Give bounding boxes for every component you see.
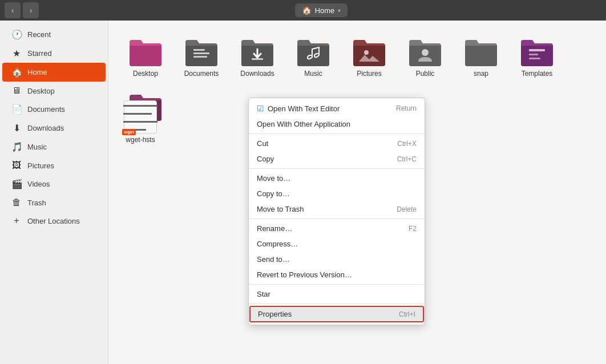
context-menu: ☑ Open With Text Editor Return Open With… [248, 98, 425, 325]
ctx-move-to-label: Move to… [257, 174, 290, 183]
location-label: Home [315, 6, 335, 15]
ctx-properties-label: Properties [258, 310, 292, 318]
sidebar-item-trash[interactable]: 🗑 Trash [2, 193, 106, 212]
svg-rect-0 [193, 49, 205, 51]
folder-public-label: Public [416, 70, 435, 78]
sidebar-label-videos: Videos [27, 180, 50, 188]
sidebar-item-recent[interactable]: 🕐 Recent [2, 25, 106, 44]
folder-music-label: Music [304, 70, 322, 78]
svg-rect-8 [529, 58, 540, 59]
sidebar-label-desktop: Desktop [27, 87, 55, 95]
ctx-send-to-label: Send to… [257, 255, 290, 264]
sidebar-item-home[interactable]: 🏠 Home [2, 63, 106, 82]
ctx-properties[interactable]: Properties Ctrl+I [249, 306, 424, 322]
sidebar-label-recent: Recent [27, 30, 51, 39]
titlebar: ‹ › 🏠 Home ▾ [0, 0, 606, 21]
folder-downloads[interactable]: Downloads [232, 32, 283, 82]
ctx-properties-shortcut: Ctrl+I [399, 310, 415, 318]
ctx-move-to-trash-shortcut: Delete [397, 205, 417, 213]
folder-templates-icon [519, 37, 555, 67]
wget-badge: wget [122, 129, 136, 135]
sidebar-label-trash: Trash [27, 199, 46, 207]
main-layout: 🕐 Recent ★ Starred 🏠 Home 🖥 Desktop 📄 Do… [0, 21, 606, 364]
file-item-wget[interactable]: ▬▬▬▬▬▬▬▬▬▬▬▬▬▬▬▬▬▬▬▬▬ wget wget-hsts [118, 100, 163, 144]
folder-desktop-icon [127, 37, 164, 67]
sidebar-label-documents: Documents [27, 105, 65, 114]
ctx-compress[interactable]: Compress… [249, 236, 425, 252]
ctx-separator-1 [249, 134, 425, 134]
ctx-revert-label: Revert to Previous Version… [257, 270, 352, 279]
svg-rect-7 [529, 54, 538, 55]
sidebar-item-desktop[interactable]: 🖥 Desktop [2, 82, 106, 100]
ctx-copy[interactable]: Copy Ctrl+C [249, 151, 425, 167]
music-icon: 🎵 [11, 141, 22, 152]
folder-music-icon [295, 37, 332, 67]
ctx-separator-2 [249, 168, 425, 169]
ctx-open-text-editor-label: ☑ Open With Text Editor [257, 104, 340, 113]
ctx-open-other-app[interactable]: Open With Other Application [249, 116, 425, 132]
ctx-rename-label: Rename… [257, 224, 292, 233]
ctx-copy-to-label: Copy to… [257, 189, 290, 198]
folder-documents[interactable]: Documents [176, 32, 227, 82]
location-bar[interactable]: 🏠 Home ▾ [295, 3, 348, 17]
ctx-move-to-trash[interactable]: Move to Trash Delete [249, 201, 425, 217]
ctx-copy-label: Copy [257, 155, 274, 163]
folder-templates[interactable]: Templates [511, 32, 563, 82]
folder-music[interactable]: Music [288, 32, 339, 82]
folder-pictures[interactable]: Pictures [344, 32, 395, 82]
svg-rect-6 [529, 49, 545, 51]
sidebar-item-music[interactable]: 🎵 Music [2, 137, 106, 156]
ctx-compress-label: Compress… [257, 240, 298, 248]
file-area: ▬▬▬▬▬▬▬▬▬▬▬▬▬▬▬▬▬▬▬▬▬ wget wget-hsts [118, 100, 163, 144]
ctx-copy-to[interactable]: Copy to… [249, 186, 425, 201]
dropdown-arrow-icon: ▾ [338, 7, 341, 14]
folder-downloads-label: Downloads [240, 70, 274, 78]
sidebar-item-pictures[interactable]: 🖼 Pictures [2, 156, 106, 175]
ctx-separator-3 [249, 219, 425, 219]
documents-icon: 📄 [11, 104, 22, 115]
ctx-star[interactable]: Star [249, 286, 425, 302]
content-area: Desktop Documents [108, 21, 606, 364]
home-sidebar-icon: 🏠 [11, 67, 22, 78]
ctx-open-other-app-label: Open With Other Application [257, 120, 350, 128]
folder-pictures-label: Pictures [357, 70, 381, 78]
ctx-move-to[interactable]: Move to… [249, 171, 425, 186]
folder-desktop[interactable]: Desktop [120, 32, 171, 82]
ctx-star-label: Star [257, 290, 270, 298]
sidebar-item-documents[interactable]: 📄 Documents [2, 100, 106, 119]
ctx-open-text-editor-shortcut: Return [396, 104, 417, 112]
ctx-rename-shortcut: F2 [409, 225, 417, 233]
ctx-separator-5 [249, 304, 425, 304]
ctx-move-to-trash-label: Move to Trash [257, 205, 304, 213]
ctx-send-to[interactable]: Send to… [249, 252, 425, 267]
recent-icon: 🕐 [11, 29, 22, 40]
titlebar-center: 🏠 Home ▾ [41, 3, 601, 17]
sidebar-label-starred: Starred [27, 49, 52, 58]
home-icon: 🏠 [302, 6, 312, 15]
svg-rect-3 [252, 58, 263, 60]
sidebar: 🕐 Recent ★ Starred 🏠 Home 🖥 Desktop 📄 Do… [0, 21, 108, 364]
ctx-cut-shortcut: Ctrl+X [397, 140, 417, 148]
back-button[interactable]: ‹ [5, 2, 21, 18]
folder-public[interactable]: Public [399, 32, 451, 82]
ctx-copy-shortcut: Ctrl+C [397, 155, 417, 163]
folder-snap[interactable]: snap [455, 32, 507, 82]
sidebar-item-other-locations[interactable]: + Other Locations [2, 212, 106, 230]
other-locations-icon: + [11, 216, 22, 226]
sidebar-item-starred[interactable]: ★ Starred [2, 44, 106, 63]
ctx-cut[interactable]: Cut Ctrl+X [249, 136, 425, 151]
folder-templates-label: Templates [522, 70, 553, 78]
ctx-separator-4 [249, 284, 425, 285]
folder-downloads-icon [239, 37, 276, 67]
ctx-open-text-editor[interactable]: ☑ Open With Text Editor Return [249, 100, 425, 116]
file-label-wget: wget-hsts [126, 136, 155, 144]
folder-documents-label: Documents [184, 70, 219, 78]
sidebar-label-home: Home [27, 68, 47, 76]
sidebar-item-downloads[interactable]: ⬇ Downloads [2, 119, 106, 137]
sidebar-label-pictures: Pictures [27, 161, 54, 170]
sidebar-item-videos[interactable]: 🎬 Videos [2, 175, 106, 193]
forward-button[interactable]: › [23, 2, 39, 18]
ctx-revert[interactable]: Revert to Previous Version… [249, 267, 425, 282]
ctx-rename[interactable]: Rename… F2 [249, 221, 425, 236]
sidebar-label-music: Music [27, 143, 47, 151]
